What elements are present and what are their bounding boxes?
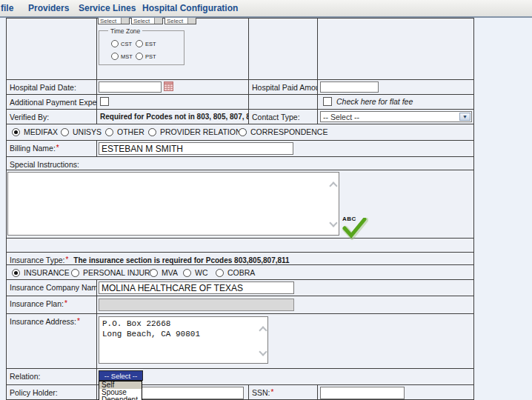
radio-unisys-label: UNISYS (73, 127, 102, 136)
radio-cobra[interactable]: COBRA (216, 267, 255, 278)
clipped-select-3[interactable]: Select (164, 18, 196, 24)
relation-label: Relation: (6, 368, 97, 385)
cell-empty-topright (317, 18, 474, 80)
radio-mst[interactable]: MST (111, 53, 133, 60)
dropdown-button-icon[interactable] (187, 18, 196, 24)
menu-bar: file Providers Service Lines Hospital Co… (0, 0, 532, 18)
insurance-address-textarea[interactable]: P.O. Box 22668 Long Beach, CA 90801 (99, 316, 268, 364)
radio-wc[interactable]: WC (183, 267, 208, 278)
radio-circle-icon (105, 128, 113, 136)
timezone-legend: Time Zone (108, 27, 142, 35)
menu-item-hospital-configuration[interactable]: Hospital Configuration (142, 3, 238, 13)
relation-cell (96, 368, 474, 385)
radio-wc-label: WC (195, 268, 208, 277)
cell-empty-midrow2 (248, 94, 318, 110)
clipped-select-1[interactable]: Select (98, 18, 130, 24)
radio-mst-label: MST (121, 53, 133, 60)
radio-other-label: OTHER (117, 127, 144, 136)
clipped-select-2[interactable]: Select (131, 18, 163, 24)
radio-circle-icon (111, 53, 119, 60)
timezone-fieldset: Time Zone CST EST MST PST (99, 30, 184, 65)
radio-circle-icon (111, 40, 119, 47)
insurance-plan-label: Insurance Plan:* (6, 296, 97, 314)
policy-holder-label: Policy Holder: (6, 384, 97, 400)
insurance-company-label: Insurance Company Name:* (6, 279, 97, 296)
clipped-select-3-label: Select (167, 18, 183, 24)
cell-empty-topmid (248, 18, 318, 80)
relation-option-dependent[interactable]: Dependent (99, 396, 142, 400)
radio-insurance-label: INSURANCE (24, 268, 70, 277)
billing-name-input[interactable] (99, 142, 293, 155)
menu-item-file[interactable]: file (1, 3, 13, 13)
radio-circle-icon (136, 40, 143, 47)
relation-select[interactable]: -- Select -- (99, 370, 143, 381)
radio-circle-icon (239, 128, 247, 136)
additional-payment-checkbox[interactable] (100, 97, 109, 106)
radio-pst-label: PST (145, 53, 156, 60)
radio-circle-icon (216, 269, 224, 277)
dropdown-button-icon[interactable] (121, 18, 129, 24)
radio-mva-label: MVA (162, 268, 178, 277)
insurance-address-label: Insurance Address:* (6, 313, 97, 369)
radio-cobra-label: COBRA (227, 268, 255, 277)
contact-type-label: Contact Type: (248, 109, 318, 124)
ssn-label: SSN:* (248, 384, 318, 400)
dropdown-button-icon[interactable] (154, 18, 162, 24)
radio-selected-icon (12, 269, 20, 277)
verified-by-label: Verified By: (6, 109, 97, 124)
hospital-paid-amount-input[interactable] (320, 81, 379, 93)
insurance-company-input[interactable] (99, 281, 294, 294)
insurance-plan-input (99, 299, 294, 311)
hospital-paid-date-label: Hospital Paid Date: (6, 79, 97, 95)
cell-empty-topleft (6, 18, 97, 80)
radio-correspondence-label: CORRESPONDENCE (250, 127, 327, 136)
radio-circle-icon (136, 53, 143, 60)
radio-unisys[interactable]: UNISYS (61, 127, 102, 137)
radio-other[interactable]: OTHER (105, 127, 144, 137)
radio-provider-relations-label: PROVIDER RELATIONS (160, 127, 247, 136)
radio-cst[interactable]: CST (111, 40, 132, 47)
menu-item-providers[interactable]: Providers (28, 3, 69, 13)
spacer-row (6, 238, 474, 253)
radio-cst-label: CST (121, 41, 132, 47)
chevron-down-icon[interactable]: ▼ (459, 113, 471, 121)
radio-medifax-label: MEDIFAX (24, 127, 58, 136)
additional-payment-cell (96, 94, 249, 110)
app-window: file Providers Service Lines Hospital Co… (0, 0, 532, 400)
contact-type-value: -- Select -- (323, 113, 359, 121)
radio-est[interactable]: EST (136, 40, 156, 47)
flat-fee-label: Check here for flat fee (336, 97, 413, 106)
additional-payment-label: Additional Payment Expected: (6, 94, 97, 110)
scroll-up-icon[interactable] (259, 326, 267, 333)
radio-personal-injury[interactable]: PERSONAL INJURY (71, 267, 155, 278)
radio-circle-icon (61, 128, 69, 136)
spellcheck-icon[interactable] (340, 218, 368, 240)
scroll-down-icon[interactable] (330, 221, 337, 228)
radio-selected-icon (12, 128, 20, 136)
relation-dropdown-list: Self Spouse Dependent (99, 381, 142, 400)
radio-circle-icon (71, 269, 79, 277)
radio-provider-relations[interactable]: PROVIDER RELATIONS (148, 127, 247, 137)
hospital-paid-amount-label: Hospital Paid Amount: (248, 79, 318, 95)
radio-pst[interactable]: PST (136, 53, 156, 60)
radio-medifax[interactable]: MEDIFAX (12, 127, 58, 137)
scroll-down-icon[interactable] (259, 350, 267, 357)
radio-mva[interactable]: MVA (150, 267, 178, 278)
special-instructions-textarea[interactable] (7, 172, 339, 236)
flat-fee-checkbox[interactable] (323, 97, 332, 106)
special-instructions-label: Special Instructions: (6, 156, 474, 170)
ssn-input[interactable] (320, 387, 405, 399)
radio-insurance[interactable]: INSURANCE (12, 267, 70, 278)
scroll-up-icon[interactable] (330, 181, 337, 189)
billing-name-label: Billing Name:* (6, 140, 97, 157)
clipped-select-1-label: Select (100, 18, 116, 24)
calendar-icon[interactable] (164, 81, 173, 91)
radio-circle-icon (150, 269, 158, 277)
insurance-type-note: The insurance section is required for Pc… (73, 256, 289, 264)
hospital-paid-date-input[interactable] (99, 81, 162, 93)
radio-circle-icon (183, 269, 191, 277)
contact-type-select[interactable]: -- Select -- ▼ (320, 111, 472, 122)
menu-item-service-lines[interactable]: Service Lines (79, 3, 136, 13)
radio-correspondence[interactable]: CORRESPONDENCE (239, 127, 327, 137)
radio-personal-injury-label: PERSONAL INJURY (83, 268, 155, 277)
